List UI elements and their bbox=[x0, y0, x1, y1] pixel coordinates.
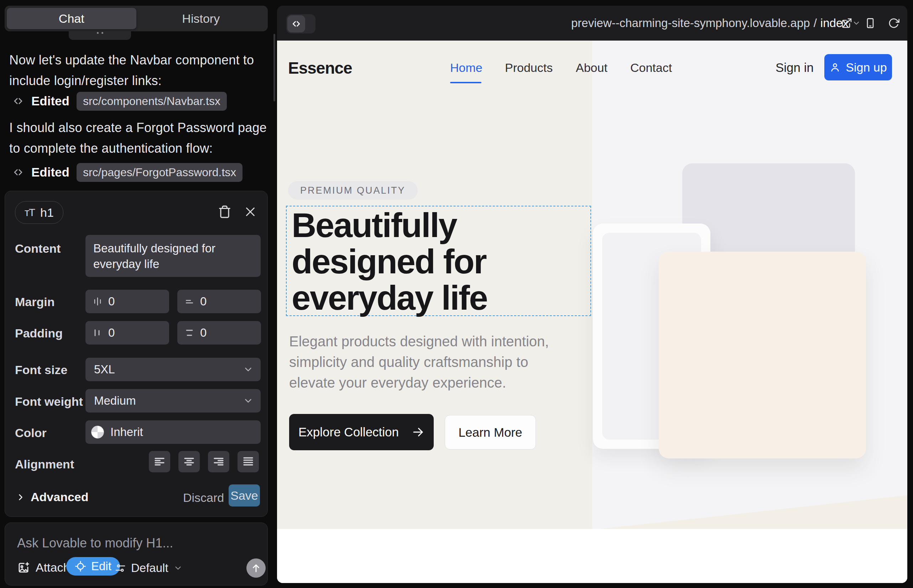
premium-quality-badge: PREMIUM QUALITY bbox=[288, 181, 418, 200]
url-bar[interactable]: preview--charming-site-symphony.lovable.… bbox=[571, 6, 861, 40]
margin-y-value: 0 bbox=[200, 295, 207, 308]
mode-label: Default bbox=[131, 561, 168, 575]
font-size-select[interactable]: 5XL bbox=[86, 358, 261, 381]
user-icon bbox=[829, 61, 841, 73]
sign-up-label: Sign up bbox=[846, 60, 887, 74]
close-icon bbox=[244, 205, 257, 218]
font-weight-select[interactable]: Medium bbox=[86, 389, 261, 412]
advanced-toggle[interactable]: Advanced bbox=[16, 490, 89, 504]
file-chip[interactable]: src/components/Navbar.tsx bbox=[76, 92, 227, 111]
nav-home[interactable]: Home bbox=[450, 61, 482, 75]
code-icon bbox=[12, 95, 24, 107]
edit-label: Edit bbox=[91, 559, 112, 573]
alignment-label: Alignment bbox=[15, 457, 74, 471]
padding-y-input[interactable]: 0 bbox=[177, 321, 261, 344]
edited-label: Edited bbox=[31, 94, 70, 108]
margin-label: Margin bbox=[15, 295, 55, 309]
align-justify-button[interactable] bbox=[238, 451, 259, 472]
margin-horizontal-icon bbox=[92, 297, 102, 307]
save-button[interactable]: Save bbox=[228, 485, 260, 507]
selected-element-pill: тT h1 bbox=[15, 201, 63, 224]
advanced-label: Advanced bbox=[31, 490, 89, 504]
color-swatch bbox=[91, 426, 104, 438]
edited-file-row[interactable]: Edited src/components/Navbar.tsx bbox=[12, 92, 227, 110]
padding-vertical-icon bbox=[185, 328, 194, 338]
attach-label: Attach bbox=[36, 561, 70, 575]
chat-composer: Ask Lovable to modify H1... Attach Edit … bbox=[5, 522, 268, 585]
font-size-label: Font size bbox=[15, 363, 67, 377]
close-panel-button[interactable] bbox=[242, 203, 259, 220]
padding-x-value: 0 bbox=[108, 326, 115, 339]
content-textarea[interactable]: Beautifully designed for everyday life bbox=[86, 235, 261, 277]
element-editor-panel: тT h1 Content Beautifully designed for e… bbox=[5, 191, 268, 517]
chevron-right-icon bbox=[16, 492, 26, 502]
h1-selection-outline[interactable]: Beautifully designed for everyday life bbox=[286, 206, 591, 316]
delete-element-button[interactable] bbox=[216, 203, 233, 220]
margin-y-input[interactable]: 0 bbox=[177, 290, 261, 313]
code-preview-toggle[interactable] bbox=[286, 14, 316, 34]
sliders-icon bbox=[115, 562, 126, 574]
padding-horizontal-icon bbox=[92, 328, 102, 338]
nav-about[interactable]: About bbox=[576, 61, 607, 75]
attach-button[interactable]: Attach bbox=[17, 561, 70, 575]
tab-history-label: History bbox=[182, 12, 220, 26]
hero-paragraph: Elegant products designed with intention… bbox=[289, 331, 578, 393]
margin-x-value: 0 bbox=[108, 295, 115, 308]
edit-mode-button[interactable]: Edit bbox=[66, 557, 120, 575]
margin-vertical-icon bbox=[185, 297, 194, 307]
chevron-down-icon bbox=[173, 564, 183, 573]
tab-chat-label: Chat bbox=[59, 12, 84, 26]
send-button[interactable] bbox=[246, 559, 265, 578]
padding-x-input[interactable]: 0 bbox=[86, 321, 169, 344]
color-value: Inherit bbox=[110, 425, 143, 439]
explore-collection-button[interactable]: Explore Collection bbox=[289, 414, 434, 450]
alignment-buttons bbox=[149, 451, 259, 472]
file-chip[interactable]: src/pages/ForgotPassword.tsx bbox=[76, 163, 243, 182]
sign-in-link[interactable]: Sign in bbox=[775, 60, 814, 75]
color-select[interactable]: Inherit bbox=[86, 420, 261, 444]
font-weight-label: Font weight bbox=[15, 395, 83, 409]
font-weight-value: Medium bbox=[94, 394, 136, 407]
composer-input[interactable]: Ask Lovable to modify H1... bbox=[17, 536, 173, 551]
align-center-button[interactable] bbox=[178, 451, 200, 472]
tab-history[interactable]: History bbox=[136, 8, 266, 29]
decor-card-cream bbox=[659, 252, 866, 459]
hero-heading-line: Beautifully bbox=[291, 207, 487, 244]
element-tag: h1 bbox=[40, 206, 54, 220]
browser-actions bbox=[841, 6, 900, 40]
page-below-hero bbox=[277, 529, 907, 583]
tab-chat[interactable]: Chat bbox=[7, 8, 136, 29]
learn-more-button[interactable]: Learn More bbox=[445, 415, 536, 449]
margin-x-input[interactable]: 0 bbox=[86, 290, 169, 313]
url-host: preview--charming-site-symphony.lovable.… bbox=[571, 16, 810, 30]
arrow-right-icon bbox=[412, 426, 424, 438]
preview-window: preview--charming-site-symphony.lovable.… bbox=[277, 6, 907, 583]
assistant-message: Now let's update the Navbar component to… bbox=[9, 50, 267, 91]
chevron-down-icon bbox=[243, 396, 254, 406]
site-logo[interactable]: Essence bbox=[288, 58, 352, 78]
assistant-message: I should also create a Forgot Password p… bbox=[9, 118, 267, 159]
url-separator: / bbox=[814, 16, 817, 30]
color-label: Color bbox=[15, 426, 47, 440]
refresh-button[interactable] bbox=[888, 18, 900, 29]
nav-products[interactable]: Products bbox=[505, 61, 553, 75]
mobile-view-button[interactable] bbox=[864, 18, 876, 29]
edited-file-row[interactable]: Edited src/pages/ForgotPassword.tsx bbox=[12, 163, 243, 181]
hero-heading[interactable]: Beautifully designed for everyday life bbox=[291, 207, 487, 316]
align-left-button[interactable] bbox=[149, 451, 170, 472]
nav-contact[interactable]: Contact bbox=[630, 61, 672, 75]
align-right-button[interactable] bbox=[208, 451, 229, 472]
explore-label: Explore Collection bbox=[298, 425, 399, 439]
trash-icon bbox=[218, 205, 231, 218]
sidebar-scrollbar[interactable] bbox=[274, 34, 275, 102]
lovable-builder: Chat History Now let's update the Navbar… bbox=[0, 0, 913, 588]
sign-up-button[interactable]: Sign up bbox=[824, 54, 892, 81]
discard-button[interactable]: Discard bbox=[183, 491, 224, 505]
edited-label: Edited bbox=[31, 165, 70, 179]
scrolled-message-pill[interactable] bbox=[69, 31, 131, 40]
image-plus-icon bbox=[17, 561, 30, 574]
code-icon[interactable] bbox=[287, 15, 305, 32]
model-mode-dropdown[interactable]: Default bbox=[115, 561, 183, 575]
open-external-button[interactable] bbox=[841, 18, 853, 29]
font-size-value: 5XL bbox=[94, 363, 115, 376]
